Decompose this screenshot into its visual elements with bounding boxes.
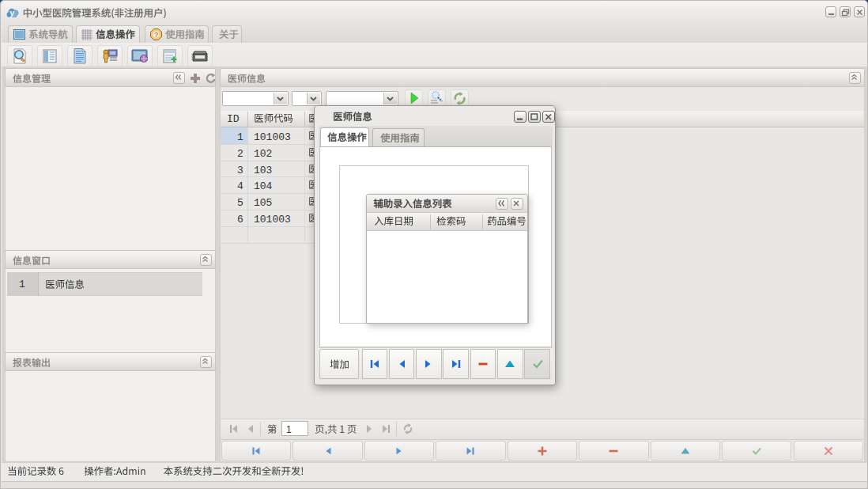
- svg-text:?: ?: [154, 31, 159, 39]
- svg-text:y: y: [9, 8, 14, 17]
